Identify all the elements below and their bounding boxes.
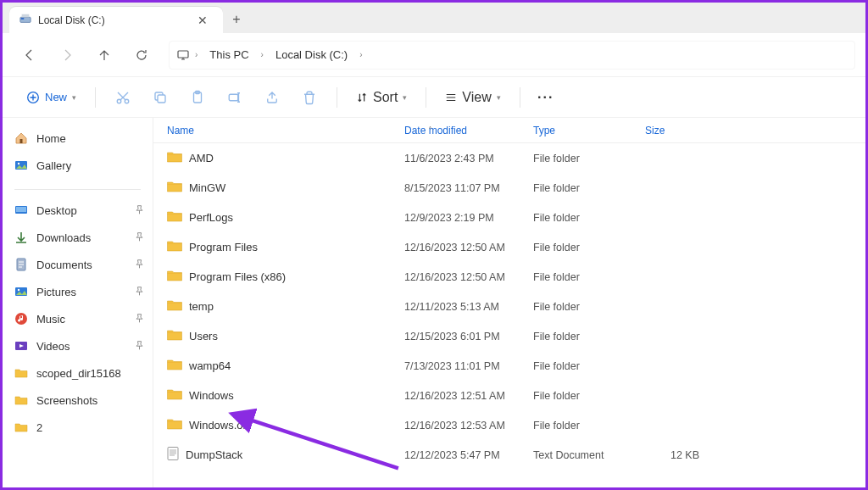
sidebar-item-pictures[interactable]: Pictures <box>3 278 153 305</box>
column-size[interactable]: Size <box>632 125 699 136</box>
table-row[interactable]: AMD11/6/2023 2:43 PMFile folder <box>153 143 865 173</box>
tab-local-disk[interactable]: Local Disk (C:) ✕ <box>9 6 223 33</box>
table-row[interactable]: Program Files (x86)12/16/2023 12:50 AMFi… <box>153 262 865 292</box>
sidebar-item-videos[interactable]: Videos <box>3 332 153 359</box>
file-rows: AMD11/6/2023 2:43 PMFile folderMinGW8/15… <box>153 143 865 470</box>
table-row[interactable]: Windows.old12/16/2023 12:53 AMFile folde… <box>153 410 865 440</box>
column-date[interactable]: Date modified <box>391 125 520 136</box>
sidebar-label: Pictures <box>36 286 76 298</box>
videos-icon <box>14 339 28 353</box>
cell-date: 12/9/2023 2:19 PM <box>391 212 520 224</box>
sidebar-label: scoped_dir15168 <box>36 367 121 380</box>
music-icon <box>14 312 28 326</box>
delete-button[interactable] <box>292 81 326 114</box>
chevron-right-icon[interactable]: › <box>258 50 267 59</box>
forward-button[interactable] <box>50 38 84 72</box>
tab-bar: Local Disk (C:) ✕ + <box>3 3 865 33</box>
table-row[interactable]: PerfLogs12/9/2023 2:19 PMFile folder <box>153 203 865 232</box>
chevron-right-icon[interactable]: › <box>356 50 365 59</box>
cell-name: temp <box>153 299 391 314</box>
sidebar-item-music[interactable]: Music <box>3 305 153 332</box>
file-name: MinGW <box>189 181 225 194</box>
pin-icon <box>135 314 144 325</box>
svg-rect-10 <box>229 94 238 101</box>
separator <box>337 87 337 108</box>
svg-rect-7 <box>158 95 165 103</box>
table-row[interactable]: temp12/11/2023 5:13 AMFile folder <box>153 292 865 321</box>
back-button[interactable] <box>13 38 47 72</box>
sidebar-item-gallery[interactable]: Gallery <box>3 152 153 179</box>
sort-indicator-icon: ˄ <box>428 125 432 135</box>
cell-type: File folder <box>520 153 632 164</box>
cell-type: File folder <box>520 301 632 313</box>
chevron-right-icon[interactable]: › <box>192 50 201 59</box>
column-type[interactable]: Type <box>520 125 632 136</box>
pin-icon <box>135 232 144 243</box>
column-header: Name ˄ Date modified Type Size <box>153 118 865 143</box>
refresh-button[interactable] <box>125 38 159 72</box>
sidebar-item-screenshots[interactable]: Screenshots <box>3 387 153 414</box>
file-name: Program Files <box>189 241 258 253</box>
sidebar-item-downloads[interactable]: Downloads <box>3 224 153 251</box>
sidebar-label: Videos <box>36 340 70 353</box>
table-row[interactable]: Windows12/16/2023 12:51 AMFile folder <box>153 381 865 410</box>
cell-type: File folder <box>520 331 632 342</box>
sidebar: Home Gallery DesktopDownloadsDocumentsPi… <box>3 118 153 487</box>
home-icon <box>14 131 28 145</box>
tab-title: Local Disk (C:) <box>38 14 186 26</box>
folder-icon <box>14 366 28 380</box>
toolbar: New ▾ Sort ▾ View ▾ ··· <box>3 77 865 118</box>
cell-date: 7/13/2023 11:01 PM <box>391 360 520 372</box>
view-button[interactable]: View ▾ <box>437 85 509 110</box>
sidebar-label: 2 <box>36 421 42 434</box>
sidebar-item-desktop[interactable]: Desktop <box>3 197 153 224</box>
svg-point-18 <box>18 289 19 291</box>
sort-button[interactable]: Sort ▾ <box>348 85 415 110</box>
table-row[interactable]: wamp647/13/2023 11:01 PMFile folder <box>153 351 865 381</box>
cell-date: 12/11/2023 5:13 AM <box>391 301 520 313</box>
more-button[interactable]: ··· <box>531 86 561 109</box>
table-row[interactable]: Users12/15/2023 6:01 PMFile folder <box>153 321 865 351</box>
file-name: Users <box>189 330 218 342</box>
folder-icon <box>167 210 182 225</box>
sidebar-item-2[interactable]: 2 <box>3 414 153 441</box>
close-icon[interactable]: ✕ <box>192 10 213 31</box>
cell-date: 12/16/2023 12:50 AM <box>391 242 520 253</box>
cell-type: Text Document <box>520 449 632 461</box>
folder-icon <box>167 151 182 165</box>
breadcrumb-local-disk[interactable]: Local Disk (C:) <box>269 45 354 64</box>
cell-type: File folder <box>520 212 632 224</box>
rename-button[interactable] <box>218 81 252 114</box>
svg-rect-11 <box>20 139 23 143</box>
sidebar-label: Music <box>36 313 65 326</box>
share-button[interactable] <box>255 81 289 114</box>
new-button[interactable]: New ▾ <box>18 86 85 109</box>
table-row[interactable]: MinGW8/15/2023 11:07 PMFile folder <box>153 173 865 203</box>
breadcrumb[interactable]: › This PC › Local Disk (C:) › <box>169 41 855 70</box>
sidebar-item-scoped-dir15168[interactable]: scoped_dir15168 <box>3 359 153 387</box>
svg-rect-15 <box>16 207 26 212</box>
cell-name: Users <box>153 329 391 343</box>
copy-button[interactable] <box>143 81 177 114</box>
svg-rect-3 <box>178 51 188 58</box>
column-name[interactable]: Name <box>153 125 391 136</box>
sidebar-item-home[interactable]: Home <box>3 125 153 152</box>
folder-icon <box>167 240 182 254</box>
cell-name: Windows <box>153 388 391 403</box>
sidebar-label: Screenshots <box>36 394 97 407</box>
sidebar-label: Home <box>36 132 66 145</box>
up-button[interactable] <box>87 38 121 72</box>
table-row[interactable]: Program Files12/16/2023 12:50 AMFile fol… <box>153 232 865 262</box>
table-row[interactable]: DumpStack12/12/2023 5:47 PMText Document… <box>153 440 865 470</box>
cell-size: 12 KB <box>632 449 699 461</box>
breadcrumb-this-pc[interactable]: This PC <box>203 45 255 64</box>
desktop-icon <box>14 203 28 217</box>
file-name: Windows <box>189 389 234 402</box>
cut-button[interactable] <box>106 81 140 114</box>
new-tab-button[interactable]: + <box>223 6 250 33</box>
sidebar-item-documents[interactable]: Documents <box>3 251 153 278</box>
cell-name: MinGW <box>153 181 391 195</box>
cell-date: 12/16/2023 12:51 AM <box>391 390 520 402</box>
file-name: PerfLogs <box>189 211 233 224</box>
paste-button[interactable] <box>181 81 214 114</box>
